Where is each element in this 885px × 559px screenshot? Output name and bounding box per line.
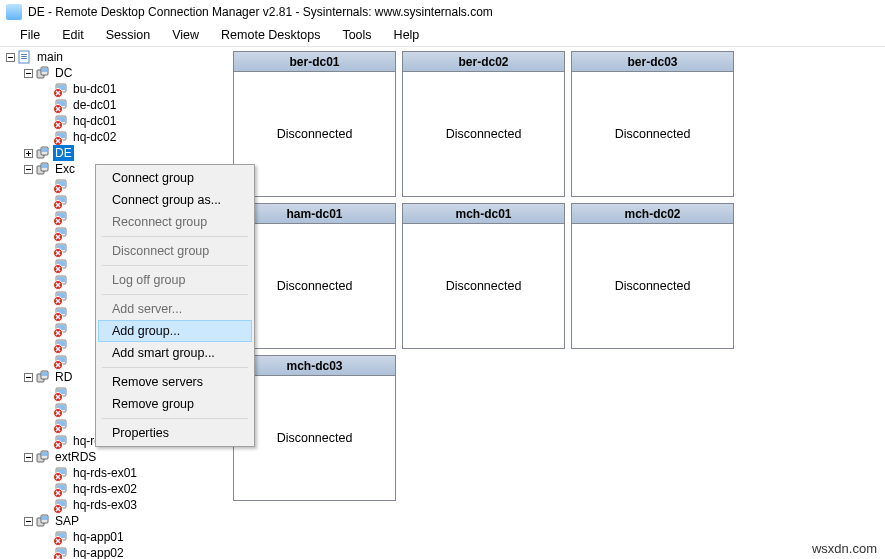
tile-title: ber-dc02 [403, 52, 564, 72]
tree-row[interactable]: bu-dc01 [0, 81, 227, 97]
menu-separator [102, 294, 248, 295]
tile-title: ber-dc03 [572, 52, 733, 72]
expander-icon[interactable] [22, 147, 34, 159]
host-err-icon [53, 433, 69, 449]
host-err-icon [53, 97, 69, 113]
tile-status: Disconnected [572, 72, 733, 196]
expander-icon[interactable] [22, 163, 34, 175]
expander-icon[interactable] [22, 515, 34, 527]
host-err-icon [53, 193, 69, 209]
server-tile[interactable]: mch-dc02 Disconnected [571, 203, 734, 349]
tree-row[interactable]: de-dc01 [0, 97, 227, 113]
menu-session[interactable]: Session [96, 26, 160, 44]
tree-row[interactable]: hq-rds-ex01 [0, 465, 227, 481]
tile-status: Disconnected [572, 224, 733, 348]
tree-label: de-dc01 [71, 97, 118, 113]
tile-title: mch-dc03 [234, 356, 395, 376]
menubar: File Edit Session View Remote Desktops T… [0, 24, 885, 46]
tree-label: hq-rds-ex02 [71, 481, 139, 497]
context-menu: Connect groupConnect group as...Reconnec… [95, 164, 255, 447]
menu-tools[interactable]: Tools [332, 26, 381, 44]
menu-remote-desktops[interactable]: Remote Desktops [211, 26, 330, 44]
menu-item: Log off group [98, 269, 252, 291]
tree-label: hq-rds-ex01 [71, 465, 139, 481]
menu-item[interactable]: Add group... [98, 320, 252, 342]
host-err-icon [53, 241, 69, 257]
expander-icon[interactable] [22, 67, 34, 79]
host-err-icon [53, 337, 69, 353]
tree-row[interactable]: DC [0, 65, 227, 81]
tree-row[interactable]: hq-rds-ex02 [0, 481, 227, 497]
group-icon [35, 513, 51, 529]
tree-row[interactable]: DE [0, 145, 227, 161]
tree-label: DC [53, 65, 74, 81]
menu-item[interactable]: Remove servers [98, 371, 252, 393]
host-err-icon [53, 81, 69, 97]
file-icon [17, 49, 33, 65]
server-tile[interactable]: mch-dc03 Disconnected [233, 355, 396, 501]
expander-icon[interactable] [4, 51, 16, 63]
host-err-icon [53, 353, 69, 369]
tree-row[interactable]: hq-app02 [0, 545, 227, 559]
tree-label: SAP [53, 513, 81, 529]
watermark: wsxdn.com [812, 541, 877, 556]
tree-label: main [35, 49, 65, 65]
host-err-icon [53, 209, 69, 225]
host-err-icon [53, 257, 69, 273]
tree-label: hq-app02 [71, 545, 126, 559]
tree-row[interactable]: hq-app01 [0, 529, 227, 545]
tree-label: hq-dc02 [71, 129, 118, 145]
host-err-icon [53, 273, 69, 289]
group-icon [35, 449, 51, 465]
host-err-icon [53, 305, 69, 321]
group-icon [35, 65, 51, 81]
tree-row[interactable]: hq-rds-ex03 [0, 497, 227, 513]
host-err-icon [53, 401, 69, 417]
menu-item[interactable]: Remove group [98, 393, 252, 415]
expander-icon[interactable] [22, 451, 34, 463]
menu-separator [102, 418, 248, 419]
menu-separator [102, 265, 248, 266]
tree-row[interactable]: SAP [0, 513, 227, 529]
tree-label: DE [53, 145, 74, 161]
host-err-icon [53, 481, 69, 497]
tile-title: mch-dc02 [572, 204, 733, 224]
host-err-icon [53, 497, 69, 513]
host-err-icon [53, 129, 69, 145]
menu-item[interactable]: Add smart group... [98, 342, 252, 364]
server-tile[interactable]: ber-dc03 Disconnected [571, 51, 734, 197]
tree-label: hq-app01 [71, 529, 126, 545]
menu-view[interactable]: View [162, 26, 209, 44]
tree-row[interactable]: extRDS [0, 449, 227, 465]
server-tile[interactable]: mch-dc01 Disconnected [402, 203, 565, 349]
server-tile[interactable]: ham-dc01 Disconnected [233, 203, 396, 349]
host-err-icon [53, 385, 69, 401]
tree-label: hq-dc01 [71, 113, 118, 129]
host-err-icon [53, 465, 69, 481]
server-tile[interactable]: ber-dc01 Disconnected [233, 51, 396, 197]
menu-item[interactable]: Connect group as... [98, 189, 252, 211]
tree-label: extRDS [53, 449, 98, 465]
group-icon [35, 145, 51, 161]
menu-edit[interactable]: Edit [52, 26, 94, 44]
window-title: DE - Remote Desktop Connection Manager v… [28, 5, 493, 19]
host-err-icon [53, 289, 69, 305]
menu-item: Add server... [98, 298, 252, 320]
tree-label: bu-dc01 [71, 81, 118, 97]
thumbnail-grid: ber-dc01 Disconnectedber-dc02 Disconnect… [227, 47, 885, 559]
expander-icon[interactable] [22, 371, 34, 383]
tree-label: hq-rds-ex03 [71, 497, 139, 513]
tree-row[interactable]: hq-dc01 [0, 113, 227, 129]
tree-label: Exc [53, 161, 77, 177]
menu-help[interactable]: Help [384, 26, 430, 44]
tile-status: Disconnected [234, 376, 395, 500]
menu-file[interactable]: File [10, 26, 50, 44]
group-cut-icon [35, 369, 51, 385]
menu-item[interactable]: Properties [98, 422, 252, 444]
tile-title: mch-dc01 [403, 204, 564, 224]
tree-row[interactable]: main [0, 49, 227, 65]
host-err-icon [53, 417, 69, 433]
tree-row[interactable]: hq-dc02 [0, 129, 227, 145]
server-tile[interactable]: ber-dc02 Disconnected [402, 51, 565, 197]
menu-item[interactable]: Connect group [98, 167, 252, 189]
